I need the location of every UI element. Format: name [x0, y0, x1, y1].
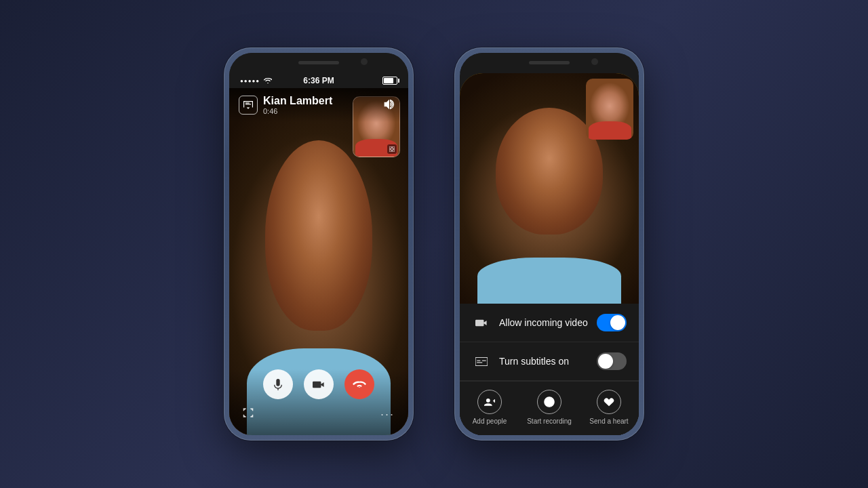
toggle-knob-on: [610, 315, 625, 330]
call-info: Kian Lambert 0:46: [239, 95, 332, 115]
mute-button[interactable]: [263, 369, 293, 399]
start-recording-icon: [537, 390, 561, 414]
svg-point-11: [547, 399, 552, 405]
svg-rect-3: [393, 150, 395, 152]
options-panel: Allow incoming video Turn su: [460, 304, 639, 435]
subtitles-option: Turn subtitles on: [460, 342, 639, 381]
end-call-button[interactable]: [344, 369, 374, 399]
action-bar: Add people Start recording: [460, 381, 639, 435]
phone-2: Allow incoming video Turn su: [454, 47, 644, 441]
scan-icon[interactable]: [243, 407, 254, 422]
bottom-actions: ···: [229, 407, 408, 422]
phone-1: ●●●●● 6:36 PM: [224, 47, 414, 441]
call-controls: ···: [229, 369, 408, 435]
signal-area: ●●●●●: [240, 77, 272, 85]
speaker-button[interactable]: [380, 95, 399, 114]
phone-2-top-bar: [460, 53, 639, 73]
svg-rect-0: [389, 146, 391, 148]
video-container: Kian Lambert 0:46: [229, 88, 408, 435]
video-button[interactable]: [304, 369, 334, 399]
send-heart-action[interactable]: Send a heart: [579, 390, 639, 425]
front-camera: [361, 58, 368, 65]
send-heart-icon: [597, 390, 621, 414]
expand-icon[interactable]: [387, 144, 397, 154]
main-video: Kian Lambert 0:46: [229, 88, 408, 435]
svg-rect-9: [482, 360, 486, 361]
phone-2-speaker: [529, 61, 570, 64]
caller-info: Kian Lambert 0:46: [263, 95, 332, 115]
caller-name: Kian Lambert: [263, 95, 332, 107]
subtitles-label: Turn subtitles on: [499, 356, 597, 367]
start-recording-label: Start recording: [527, 418, 572, 425]
panel-self-view[interactable]: [586, 79, 633, 140]
add-people-label: Add people: [473, 418, 507, 425]
svg-rect-1: [393, 146, 395, 148]
battery-icon: [382, 77, 397, 85]
more-icon[interactable]: ···: [380, 407, 395, 422]
wifi-icon: [264, 77, 272, 85]
phone-top-bar: [229, 53, 408, 73]
add-people-action[interactable]: Add people: [460, 390, 519, 425]
video-option-icon: [472, 313, 491, 332]
speaker-grill: [298, 61, 339, 64]
incoming-video-label: Allow incoming video: [499, 317, 597, 328]
svg-rect-4: [245, 104, 251, 104]
incoming-video-option: Allow incoming video: [460, 304, 639, 342]
svg-rect-2: [389, 150, 391, 152]
svg-rect-6: [475, 357, 488, 365]
phone-2-camera: [591, 58, 598, 65]
svg-rect-7: [477, 360, 481, 361]
panel-video-area: [460, 73, 639, 304]
svg-rect-5: [245, 102, 250, 103]
call-duration: 0:46: [263, 107, 332, 115]
svg-rect-8: [477, 362, 482, 363]
chat-button[interactable]: [239, 96, 258, 115]
phone-1-inner: ●●●●● 6:36 PM: [229, 53, 408, 435]
send-heart-label: Send a heart: [589, 418, 628, 425]
incoming-video-toggle[interactable]: [597, 314, 627, 331]
status-bar: ●●●●● 6:36 PM: [229, 73, 408, 88]
add-people-icon: [477, 390, 502, 414]
call-header: Kian Lambert 0:46: [229, 88, 408, 122]
status-time: 6:36 PM: [303, 76, 334, 85]
phone-2-inner: Allow incoming video Turn su: [460, 53, 639, 435]
subtitles-option-icon: [472, 352, 491, 371]
signal-dots: ●●●●●: [240, 78, 260, 84]
toggle-knob-off: [598, 354, 613, 369]
subtitles-toggle[interactable]: [597, 352, 627, 370]
options-panel-container: Allow incoming video Turn su: [460, 73, 639, 435]
start-recording-action[interactable]: Start recording: [519, 390, 579, 425]
control-buttons: [229, 369, 408, 399]
